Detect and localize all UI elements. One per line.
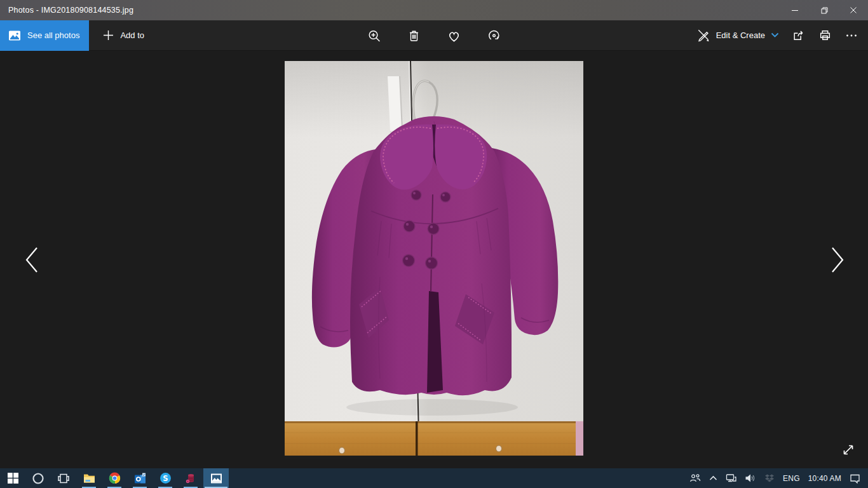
task-view-button[interactable] [51, 468, 76, 488]
volume-button[interactable] [745, 473, 756, 483]
center-tools [367, 20, 501, 51]
action-center-icon [850, 473, 860, 484]
delete-button[interactable] [407, 29, 421, 43]
windows-start-icon [8, 473, 18, 484]
photos-gallery-icon [8, 29, 21, 42]
dropbox-icon [764, 474, 775, 483]
network-button[interactable] [726, 473, 736, 483]
chevron-right-icon [829, 246, 846, 274]
svg-text:S: S [163, 474, 168, 483]
taskbar-item-photos-active[interactable] [203, 468, 229, 488]
previous-photo-button[interactable] [19, 242, 44, 278]
minimize-icon [792, 7, 798, 13]
chevron-down-icon [771, 32, 779, 38]
see-more-button[interactable] [844, 29, 858, 43]
edit-create-icon [697, 29, 710, 42]
cortana-button[interactable] [25, 468, 51, 488]
command-bar: See all photos Add to [0, 20, 868, 51]
plus-icon [103, 30, 114, 41]
photo-viewer [0, 51, 868, 468]
zoom-in-icon [367, 29, 381, 43]
people-icon [689, 473, 701, 483]
task-view-icon [57, 473, 70, 484]
edit-create-label: Edit & Create [716, 30, 765, 40]
network-icon [726, 473, 736, 483]
rotate-icon [487, 29, 501, 43]
add-to-label: Add to [120, 30, 144, 40]
rotate-button[interactable] [487, 29, 501, 43]
outlook-icon [134, 473, 146, 484]
chevron-up-icon [709, 475, 717, 481]
next-photo-button[interactable] [825, 242, 850, 278]
dropbox-tray-button[interactable] [764, 474, 775, 483]
see-all-photos-label: See all photos [27, 30, 79, 40]
chrome-icon [109, 472, 121, 484]
favorite-button[interactable] [447, 29, 461, 43]
fullscreen-button[interactable] [841, 443, 855, 459]
minimize-button[interactable] [780, 0, 810, 20]
restore-button[interactable] [810, 0, 839, 20]
taskbar-tray: ENG 10:40 AM [689, 468, 868, 488]
add-to-button[interactable]: Add to [103, 30, 144, 41]
share-icon [792, 29, 805, 42]
taskbar-item-file-explorer[interactable] [76, 468, 102, 488]
chevron-left-icon [24, 246, 40, 274]
clock[interactable]: 10:40 AM [808, 474, 841, 483]
close-icon [850, 7, 857, 13]
right-tools: Edit & Create [697, 29, 868, 43]
heart-icon [447, 29, 461, 43]
photos-app-window: Photos - IMG20180908144535.jpg See all p… [0, 0, 868, 488]
restore-icon [821, 7, 828, 14]
share-button[interactable] [792, 29, 805, 42]
taskbar-item-skype[interactable]: S [153, 468, 178, 488]
edit-create-button[interactable]: Edit & Create [697, 29, 779, 42]
start-button[interactable] [0, 468, 25, 488]
taskbar-item-outlook[interactable] [127, 468, 153, 488]
photo-image[interactable] [285, 61, 583, 459]
zoom-button[interactable] [367, 29, 381, 43]
see-more-icon [845, 29, 858, 42]
taskbar-item-database-app[interactable] [178, 468, 203, 488]
cortana-circle-icon [32, 472, 44, 485]
action-center-button[interactable] [850, 473, 860, 484]
file-explorer-icon [83, 473, 95, 484]
photos-app-icon [210, 473, 222, 484]
skype-icon: S [159, 472, 172, 484]
language-indicator[interactable]: ENG [783, 474, 800, 483]
taskbar-apps: S [0, 468, 229, 488]
trash-icon [408, 29, 421, 43]
printer-icon [818, 29, 832, 42]
title-bar: Photos - IMG20180908144535.jpg [0, 0, 868, 20]
close-button[interactable] [839, 0, 868, 20]
speaker-icon [745, 473, 756, 483]
window-title: Photos - IMG20180908144535.jpg [0, 6, 133, 15]
fullscreen-expand-icon [841, 443, 855, 457]
database-app-icon [185, 473, 196, 484]
windows-taskbar: S [0, 468, 868, 488]
people-button[interactable] [689, 473, 701, 483]
show-hidden-icons-button[interactable] [709, 475, 717, 481]
window-controls [780, 0, 868, 20]
see-all-photos-button[interactable]: See all photos [0, 20, 89, 51]
print-button[interactable] [818, 29, 832, 43]
taskbar-item-chrome[interactable] [102, 468, 127, 488]
